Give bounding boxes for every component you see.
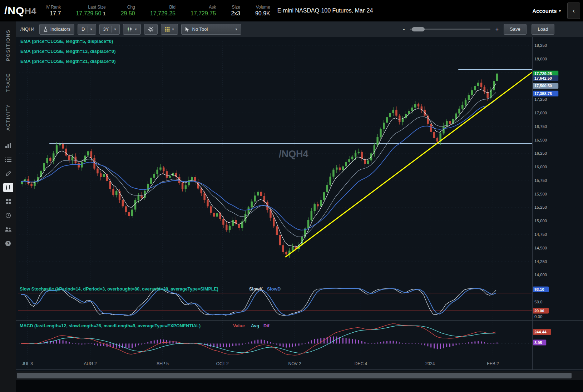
svg-text:EMA (price=CLOSE, length=13, d: EMA (price=CLOSE, length=13, displace=0): [20, 49, 115, 54]
svg-text:17,358.75: 17,358.75: [534, 91, 552, 96]
stat-volume: Volume 90.9K: [255, 5, 270, 17]
share-users-icon[interactable]: [3, 225, 13, 234]
last-price: 17,729.50: [76, 10, 101, 16]
stat-value: 17,729.50 1: [76, 10, 105, 17]
symbol-root: /NQ: [4, 5, 24, 17]
collapse-panel-button[interactable]: ‹: [567, 3, 580, 19]
stat-ask: Ask 17,729.75: [191, 5, 216, 17]
ema-labels: EMA (price=CLOSE, length=5, displace=0)E…: [20, 39, 115, 64]
stat-value: 17.7: [50, 10, 61, 17]
svg-text:17,250: 17,250: [534, 97, 547, 101]
svg-text:16,750: 16,750: [534, 124, 547, 129]
svg-text:14,750: 14,750: [534, 232, 547, 237]
cursor-icon: [185, 27, 190, 32]
svg-text:NOV 2: NOV 2: [288, 361, 301, 366]
svg-text:3.95: 3.95: [534, 341, 542, 345]
trading-platform: /NQ H4 IV Rank 17.7 Last Size 17,729.50 …: [0, 0, 583, 392]
stat-label: IV Rank: [46, 5, 61, 10]
stat-value: 17,729.25: [150, 10, 176, 17]
stat-label: Size: [232, 5, 240, 10]
chevron-down-icon: ▾: [135, 27, 137, 31]
sidebar-tab-trade[interactable]: TRADE: [5, 73, 11, 92]
accounts-menu[interactable]: Accounts ▾: [532, 8, 561, 14]
bar-chart-icon[interactable]: [3, 141, 13, 150]
price-chart[interactable]: /NQH414,00014,25014,50014,75015,00015,25…: [16, 37, 583, 392]
drawing-tool-dropdown[interactable]: No Tool ▾: [181, 24, 241, 35]
svg-text:14,250: 14,250: [534, 259, 547, 264]
sidebar-tab-activity[interactable]: ACTIVITY: [5, 104, 11, 131]
svg-text:244.44: 244.44: [534, 330, 547, 334]
watchlist-icon[interactable]: [3, 155, 13, 164]
gear-icon: [148, 26, 154, 32]
svg-text:93.10: 93.10: [534, 287, 544, 292]
stat-value: 17,729.75: [191, 10, 216, 17]
svg-text:17,000: 17,000: [534, 111, 547, 115]
timeframe-value: D: [81, 26, 85, 32]
time-scrollbar: [16, 371, 583, 392]
chart-symbol-label: /NQH4: [20, 26, 35, 32]
candlestick-icon: [127, 27, 132, 32]
range-dropdown[interactable]: 3Y ▾: [99, 24, 120, 35]
resistance-lines: [49, 70, 532, 143]
chart-toolbar: /NQH4 Indicators D ▾ 3Y ▾ ▾ ▾ No Tool ▾: [16, 21, 583, 37]
load-button[interactable]: Load: [532, 24, 554, 35]
stat-label: Last Size: [88, 5, 105, 10]
svg-text:JUL 3: JUL 3: [22, 361, 33, 366]
chart-watermark: /NQH4: [279, 149, 308, 159]
accounts-label: Accounts: [532, 8, 557, 14]
divider: [3, 67, 13, 67]
chevron-down-icon: ▾: [172, 27, 174, 31]
svg-text:Value: Value: [233, 323, 245, 328]
active-chart-icon[interactable]: [3, 183, 13, 192]
stat-chg: Chg 29.50: [121, 5, 135, 17]
svg-text:SEP 5: SEP 5: [157, 361, 169, 366]
zoom-out-button[interactable]: -: [403, 26, 405, 33]
quote-grid-dropdown[interactable]: ▾: [161, 24, 178, 35]
indicators-button[interactable]: Indicators: [39, 24, 74, 35]
symbol-month: H4: [24, 6, 36, 17]
svg-text:16,500: 16,500: [534, 138, 547, 142]
chevron-left-icon: ‹: [573, 7, 575, 15]
annotate-icon[interactable]: [3, 169, 13, 178]
divider: [3, 98, 13, 98]
zoom-slider-thumb[interactable]: [412, 27, 425, 31]
slowd-line: [21, 288, 496, 316]
sidebar-tab-positions[interactable]: POSITIONS: [5, 29, 11, 61]
help-icon[interactable]: ?: [3, 239, 13, 248]
svg-text:FEB 2: FEB 2: [487, 361, 499, 366]
history-clock-icon[interactable]: [3, 211, 13, 220]
grid: [18, 41, 532, 369]
stochastic-pane: Slow Stochastic (kPeriod=14, dPeriod=3, …: [18, 287, 549, 319]
grid-icon[interactable]: [3, 197, 13, 206]
flask-icon: [43, 26, 48, 32]
svg-text:16,000: 16,000: [534, 165, 547, 169]
svg-text:50.0: 50.0: [534, 300, 542, 304]
zoom-in-button[interactable]: +: [495, 26, 499, 33]
header: /NQ H4 IV Rank 17.7 Last Size 17,729.50 …: [0, 0, 583, 21]
candlestick-series: [21, 72, 498, 258]
stat-label: Chg: [127, 5, 135, 10]
svg-text:DEC 4: DEC 4: [355, 361, 367, 366]
trendline[interactable]: [285, 73, 532, 257]
chart-type-dropdown[interactable]: ▾: [123, 24, 140, 35]
macd-value-line: [21, 324, 496, 355]
svg-text:15,250: 15,250: [534, 205, 547, 209]
svg-text:18,000: 18,000: [534, 57, 547, 61]
svg-text:16,250: 16,250: [534, 151, 547, 155]
tool-label: No Tool: [192, 26, 208, 32]
timeframe-dropdown[interactable]: D ▾: [78, 24, 96, 35]
svg-text:Dif: Dif: [263, 323, 270, 328]
svg-text:0.00: 0.00: [534, 314, 542, 319]
left-sidebar: POSITIONS TRADE ACTIVITY: [0, 21, 16, 392]
save-button[interactable]: Save: [504, 24, 527, 35]
zoom-slider[interactable]: [410, 29, 490, 30]
stat-label: Ask: [209, 5, 216, 10]
indicators-label: Indicators: [50, 26, 70, 32]
symbol: /NQ H4: [0, 5, 46, 17]
macd-pane: MACD (fastLength=12, slowLength=26, macd…: [18, 323, 551, 355]
svg-text:OCT 2: OCT 2: [216, 361, 229, 366]
time-axis: JUL 3AUG 2SEP 5OCT 2NOV 2DEC 42024FEB 2: [22, 361, 499, 366]
scrollbar-thumb[interactable]: [17, 373, 572, 378]
settings-button[interactable]: [144, 24, 158, 35]
chevron-down-icon: ▾: [114, 27, 116, 31]
